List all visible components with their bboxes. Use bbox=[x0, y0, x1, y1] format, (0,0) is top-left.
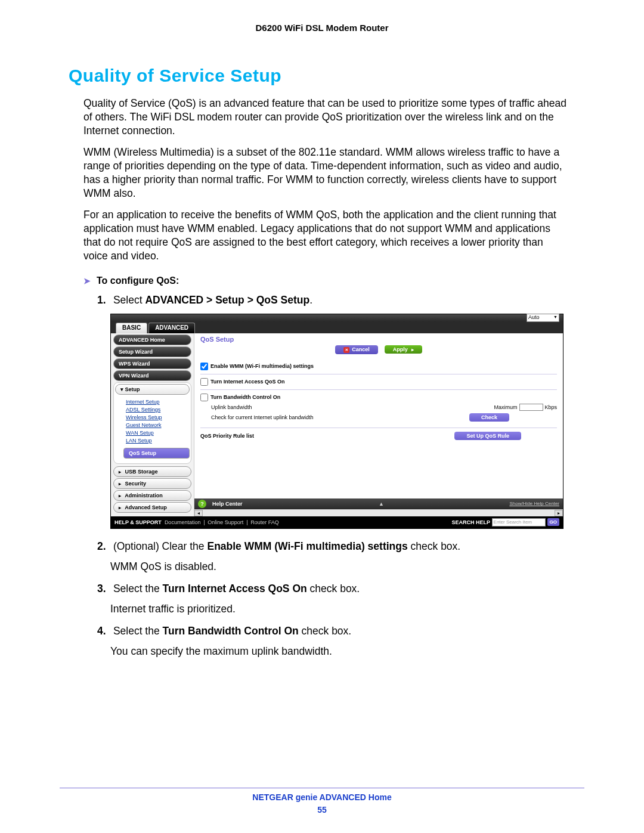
footer-rule bbox=[60, 788, 584, 788]
arrow-icon: ▸ bbox=[411, 347, 414, 352]
paragraph-3: For an application to receive the benefi… bbox=[83, 208, 566, 262]
sidebar-administration[interactable]: ▸ Administration bbox=[113, 490, 191, 501]
sidebar-setup-sublinks: Internet Setup ADSL Settings Wireless Se… bbox=[115, 396, 190, 447]
wmm-row: Enable WMM (Wi-Fi multimedia) settings bbox=[200, 359, 557, 374]
scroll-left-icon[interactable]: ◂ bbox=[194, 510, 203, 516]
link-router-faq[interactable]: Router FAQ bbox=[250, 519, 279, 525]
step-2-result: WMM QoS is disabled. bbox=[110, 560, 566, 574]
check-uplink-label: Check for current Internet uplink bandwi… bbox=[211, 414, 366, 420]
sidebar-qos-setup-selected[interactable]: QoS Setup bbox=[123, 448, 190, 459]
uplink-label: Uplink bandwidth bbox=[211, 404, 342, 410]
step-3-result: Internet traffic is prioritized. bbox=[110, 602, 566, 617]
bandwidth-checkbox[interactable] bbox=[200, 394, 208, 401]
sidebar-setup-wizard[interactable]: Setup Wizard bbox=[113, 346, 191, 357]
link-internet-setup[interactable]: Internet Setup bbox=[126, 399, 190, 405]
internet-qos-checkbox[interactable] bbox=[200, 378, 208, 386]
tab-row: BASIC ADVANCED bbox=[111, 321, 563, 333]
scroll-right-icon[interactable]: ▸ bbox=[555, 510, 563, 516]
step-1: 1. Select ADVANCED > Setup > QoS Setup. bbox=[97, 293, 566, 308]
link-online-support[interactable]: Online Support bbox=[208, 519, 243, 525]
sidebar-wps-wizard[interactable]: WPS Wizard bbox=[113, 358, 191, 369]
sidebar-advanced-home[interactable]: ADVANCED Home bbox=[113, 335, 191, 345]
cancel-button[interactable]: ×Cancel bbox=[335, 345, 378, 354]
search-help-input[interactable] bbox=[492, 518, 546, 527]
section-heading: Quality of Service Setup bbox=[69, 66, 566, 86]
window-top-strip: Auto bbox=[111, 314, 563, 321]
panel-title: QoS Setup bbox=[200, 336, 557, 343]
rule-list-row: QoS Priority Rule list Set Up QoS Rule bbox=[200, 428, 557, 444]
link-wan-setup[interactable]: WAN Setup bbox=[126, 430, 190, 436]
wmm-checkbox[interactable] bbox=[200, 363, 208, 370]
sidebar-advanced-setup[interactable]: ▸ Advanced Setup bbox=[113, 502, 191, 513]
link-adsl-settings[interactable]: ADSL Settings bbox=[126, 407, 190, 413]
help-icon: ? bbox=[198, 500, 206, 508]
main-panel: QoS Setup ×Cancel Apply▸ Enable WMM (Wi-… bbox=[194, 333, 563, 516]
internet-qos-row: Turn Internet Access QoS On bbox=[200, 374, 557, 390]
paragraph-2: WMM (Wireless Multimedia) is a subset of… bbox=[83, 145, 566, 200]
horizontal-scrollbar[interactable]: ◂ ▸ bbox=[194, 509, 563, 516]
go-button[interactable]: GO bbox=[547, 518, 559, 526]
link-lan-setup[interactable]: LAN Setup bbox=[126, 438, 190, 444]
page-header: D6200 WiFi DSL Modem Router bbox=[0, 0, 644, 33]
procedure-heading: ➤To configure QoS: bbox=[83, 275, 566, 286]
sidebar-security[interactable]: ▸ Security bbox=[113, 478, 191, 489]
tab-basic[interactable]: BASIC bbox=[116, 323, 147, 333]
sidebar-usb-storage[interactable]: ▸ USB Storage bbox=[113, 466, 191, 477]
tab-advanced[interactable]: ADVANCED bbox=[148, 323, 195, 333]
step-2: 2. (Optional) Clear the Enable WMM (Wi-F… bbox=[97, 540, 566, 554]
link-documentation[interactable]: Documentation bbox=[165, 519, 201, 525]
apply-button[interactable]: Apply▸ bbox=[385, 345, 422, 354]
bandwidth-row: Turn Bandwidth Control On Uplink bandwid… bbox=[200, 390, 557, 428]
link-guest-network[interactable]: Guest Network bbox=[126, 422, 190, 428]
paragraph-1: Quality of Service (QoS) is an advanced … bbox=[83, 97, 566, 137]
bandwidth-input[interactable] bbox=[519, 404, 543, 411]
kbps-label: Kbps bbox=[544, 404, 557, 410]
chevron-icon: ➤ bbox=[83, 276, 91, 286]
step-4-result: You can specify the maximum uplink bandw… bbox=[110, 645, 566, 659]
page-footer: NETGEAR genie ADVANCED Home 55 bbox=[0, 791, 644, 816]
sidebar-vpn-wizard[interactable]: VPN Wizard bbox=[113, 370, 191, 381]
close-icon: × bbox=[343, 347, 349, 353]
check-button[interactable]: Check bbox=[469, 413, 509, 422]
showhide-link[interactable]: Show/Hide Help Center bbox=[509, 501, 559, 506]
language-select[interactable]: Auto bbox=[527, 314, 559, 322]
help-center-bar[interactable]: ? Help Center ▲ Show/Hide Help Center bbox=[194, 498, 563, 509]
footer-strip: HELP & SUPPORT Documentation| Online Sup… bbox=[111, 516, 563, 528]
maximum-label: Maximum bbox=[494, 404, 517, 410]
link-wireless-setup[interactable]: Wireless Setup bbox=[126, 414, 190, 420]
sidebar: ADVANCED Home Setup Wizard WPS Wizard VP… bbox=[111, 333, 194, 516]
rule-list-label: QoS Priority Rule list bbox=[200, 433, 454, 439]
sidebar-setup-expanded[interactable]: ▾ Setup bbox=[115, 384, 190, 395]
step-4: 4. Select the Turn Bandwidth Control On … bbox=[97, 624, 566, 639]
expand-icon[interactable]: ▲ bbox=[379, 501, 384, 507]
setup-qos-rule-button[interactable]: Set Up QoS Rule bbox=[454, 432, 521, 440]
step-3: 3. Select the Turn Internet Access QoS O… bbox=[97, 582, 566, 596]
router-screenshot: Auto BASIC ADVANCED ADVANCED Home Setup … bbox=[110, 314, 564, 529]
